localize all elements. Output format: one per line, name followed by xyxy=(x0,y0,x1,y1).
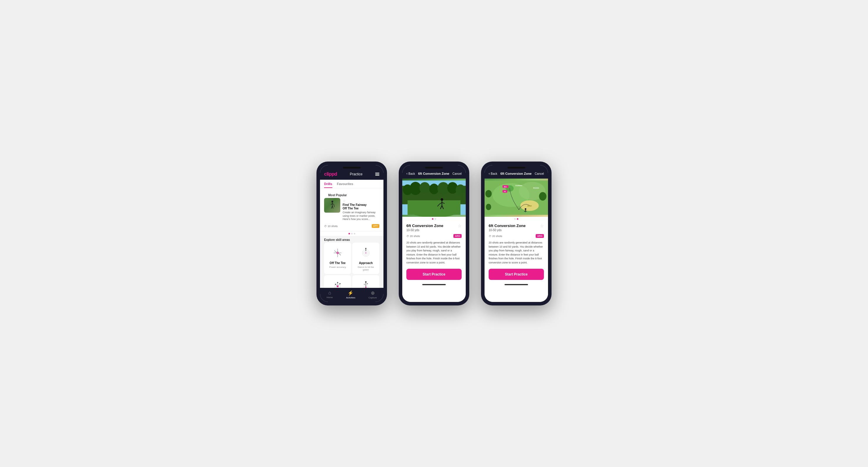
approach-icon xyxy=(358,245,374,260)
drill-meta-row-2: ⏱ 20 shots ARG xyxy=(402,233,466,239)
ott-desc: Power accuracy xyxy=(330,266,346,268)
drill-description-2: 20 shots are randomly generated at dista… xyxy=(402,239,466,269)
cancel-button-3[interactable]: Cancel xyxy=(535,172,544,175)
img-dot-3-1 xyxy=(514,218,516,220)
svg-text:ROUGH: ROUGH xyxy=(533,187,539,189)
svg-point-33 xyxy=(365,281,367,282)
svg-point-18 xyxy=(366,252,366,253)
phones-container: clippd Practice Drills Favourites Most P… xyxy=(316,162,552,305)
drill-header-3: ‹ Back 6ft Conversion Zone Cancel xyxy=(485,165,548,178)
skill-card-putting[interactable]: Putting Make and lag practice xyxy=(352,275,379,288)
img-dot-1 xyxy=(432,218,433,220)
nav-activities[interactable]: ⚡ Activities xyxy=(346,290,355,299)
svg-point-48 xyxy=(441,198,443,201)
skill-card-ott[interactable]: Off The Tee Power accuracy xyxy=(324,243,351,274)
svg-line-4 xyxy=(331,206,332,208)
phone-drill-map: ‹ Back 6ft Conversion Zone Cancel xyxy=(481,162,552,305)
phone-screen-1: clippd Practice Drills Favourites Most P… xyxy=(320,165,383,302)
clock-icon-3: ⏱ xyxy=(489,235,491,238)
home-indicator-3 xyxy=(504,284,528,285)
tab-drills[interactable]: Drills xyxy=(324,182,332,188)
tabs-bar: Drills Favourites xyxy=(320,180,383,188)
nav-capture[interactable]: ⊕ Capture xyxy=(369,290,377,299)
svg-text:Miss: Miss xyxy=(504,186,507,188)
svg-text:Hit: Hit xyxy=(504,191,506,192)
favourite-icon-3[interactable]: ☆ xyxy=(540,224,544,228)
image-dots-3 xyxy=(485,217,548,221)
drill-info: ☆ Find The Fairway Off The Tee Create an… xyxy=(343,198,379,221)
svg-point-61 xyxy=(539,192,546,201)
clock-icon: ⏱ xyxy=(324,225,327,228)
menu-icon[interactable] xyxy=(375,173,379,176)
app-logo: clippd xyxy=(324,171,337,177)
favourite-icon-2[interactable]: ☆ xyxy=(458,224,462,228)
explore-label: Explore skill areas xyxy=(320,236,383,243)
favourite-icon[interactable]: ☆ xyxy=(343,199,346,203)
back-button-3[interactable]: ‹ Back xyxy=(489,171,497,176)
drill-meta: ⏱ 10 shots OTT xyxy=(324,223,379,228)
svg-point-41 xyxy=(420,182,430,194)
app-header: clippd Practice xyxy=(320,165,383,180)
shots-info-3: ⏱ 20 shots xyxy=(489,235,502,238)
skill-card-atg[interactable]: Around The Green Hone your short game xyxy=(324,275,351,288)
drill-main-title-3: 6ft Conversion Zone xyxy=(489,224,544,228)
approach-name: Approach xyxy=(359,261,373,265)
most-popular-label: Most Popular xyxy=(324,191,379,198)
tab-favourites[interactable]: Favourites xyxy=(337,182,353,188)
back-chevron-icon: ‹ xyxy=(406,171,408,176)
svg-line-12 xyxy=(334,251,336,252)
capture-icon: ⊕ xyxy=(371,290,375,296)
clock-icon-2: ⏱ xyxy=(406,235,409,238)
drill-tag-ott: OTT xyxy=(372,224,379,228)
featured-drill-item[interactable]: ☆ Find The Fairway Off The Tee Create an… xyxy=(324,198,379,221)
approach-desc: Dial-in to hit the green xyxy=(355,266,377,271)
bottom-nav: ⌂ Home ⚡ Activities ⊕ Capture xyxy=(320,288,383,302)
drill-header-title-3: 6ft Conversion Zone xyxy=(500,172,532,175)
phone-screen-2: ‹ Back 6ft Conversion Zone Cancel xyxy=(402,165,466,302)
svg-point-42 xyxy=(429,184,439,194)
drill-meta-row-3: ⏱ 20 shots ARG xyxy=(485,233,548,239)
drill-tag-arg-3: ARG xyxy=(536,234,544,238)
drill-header-title-2: 6ft Conversion Zone xyxy=(418,172,449,175)
start-practice-button-3[interactable]: Start Practice xyxy=(489,269,544,280)
atg-icon xyxy=(330,278,346,288)
carousel-dots xyxy=(320,231,383,236)
svg-line-5 xyxy=(332,206,333,208)
dot-3 xyxy=(354,233,355,234)
drill-content-3: Miss Hit FAIRWAY ROUGH SAND xyxy=(485,178,548,302)
shots-info-2: ⏱ 20 shots xyxy=(406,235,420,238)
phone-drill-photo: ‹ Back 6ft Conversion Zone Cancel xyxy=(399,162,469,305)
drill-title: Find The Fairway xyxy=(343,203,379,207)
img-dot-2 xyxy=(435,218,436,220)
back-chevron-icon-3: ‹ xyxy=(489,171,490,176)
drill-subtitle: Off The Tee xyxy=(343,207,379,210)
home-label: Home xyxy=(327,296,333,299)
phone-practice-list: clippd Practice Drills Favourites Most P… xyxy=(316,162,387,305)
start-practice-button-2[interactable]: Start Practice xyxy=(406,269,462,280)
svg-point-60 xyxy=(486,204,491,210)
back-button-2[interactable]: ‹ Back xyxy=(406,171,415,176)
activities-icon: ⚡ xyxy=(348,290,353,296)
nav-home[interactable]: ⌂ Home xyxy=(327,290,333,299)
ott-icon xyxy=(330,245,346,260)
phone-screen-3: ‹ Back 6ft Conversion Zone Cancel xyxy=(485,165,548,302)
activities-label: Activities xyxy=(346,296,355,299)
svg-point-26 xyxy=(335,284,336,285)
drill-content-2: ☆ 6ft Conversion Zone 10-50 yds ⏱ 20 sho… xyxy=(402,178,466,302)
drill-tag-arg-2: ARG xyxy=(454,234,462,238)
svg-point-0 xyxy=(331,201,333,202)
svg-line-13 xyxy=(339,254,341,255)
cancel-button-2[interactable]: Cancel xyxy=(453,172,462,175)
home-indicator-2 xyxy=(422,284,446,285)
putting-icon xyxy=(358,278,374,288)
image-dots-2 xyxy=(402,217,466,221)
svg-text:SAND: SAND xyxy=(527,205,532,207)
drill-yardage-2: 10-50 yds xyxy=(406,229,462,232)
skill-card-approach[interactable]: Approach Dial-in to hit the green xyxy=(352,243,379,274)
home-icon: ⌂ xyxy=(328,290,331,296)
drill-description-3: 20 shots are randomly generated at dista… xyxy=(485,239,548,269)
shots-count: ⏱ 10 shots xyxy=(324,225,338,228)
drill-thumbnail xyxy=(324,198,340,213)
ott-name: Off The Tee xyxy=(330,261,346,265)
drill-description: Create an imaginary fairway using trees … xyxy=(343,211,379,221)
